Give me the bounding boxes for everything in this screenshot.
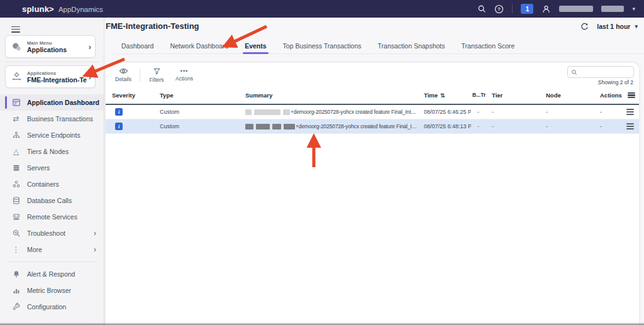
containers-icon xyxy=(11,180,21,189)
sidebar-item-label: More xyxy=(27,246,42,253)
chevron-down-icon: ▾ xyxy=(635,23,638,30)
sidebar-item-label: Service Endpoints xyxy=(27,131,80,139)
appdynamics-app: splunk> AppDynamics ? 1 ▾ Main Menu xyxy=(0,0,644,325)
sidebar-item-label: Alert & Respond xyxy=(27,270,75,278)
wrench-icon xyxy=(11,302,21,312)
row-menu-icon[interactable] xyxy=(626,108,634,116)
sidebar-item-troubleshoot[interactable]: Troubleshoot › xyxy=(0,225,104,241)
chevron-right-icon: › xyxy=(94,229,96,238)
sidebar-item-label: Metric Browser xyxy=(27,287,71,294)
info-severity-icon: i xyxy=(115,123,123,130)
tab-events[interactable]: Events xyxy=(236,38,274,53)
time-range-value: last 1 hour xyxy=(597,23,630,30)
left-sidebar: Main Menu Applications › Applications FM… xyxy=(0,18,104,325)
sidebar-item-remote-services[interactable]: Remote Services xyxy=(0,209,104,225)
topbar-divider xyxy=(512,4,513,13)
sidebar-item-business-transactions[interactable]: ⇄ Business Transactions xyxy=(0,111,104,127)
filters-button[interactable]: Filters xyxy=(143,65,170,84)
col-time[interactable]: Time ⇅ xyxy=(418,92,471,99)
remote-services-icon xyxy=(11,212,21,222)
sidebar-section-divider xyxy=(8,262,96,262)
tab-network-dashboard[interactable]: Network Dashboard xyxy=(162,38,236,53)
sidebar-item-more[interactable]: ⋮ More › xyxy=(0,241,104,258)
transactions-icon: ⇄ xyxy=(11,114,21,124)
sidebar-item-metric-browser[interactable]: Metric Browser xyxy=(0,282,104,299)
sidebar-item-label: Configuration xyxy=(27,303,66,311)
actions-label: Actions xyxy=(175,75,193,82)
screen-bottom-edge xyxy=(0,322,644,325)
redacted-blocks xyxy=(245,124,295,129)
details-label: Details xyxy=(115,76,131,82)
search-icon[interactable] xyxy=(477,4,486,14)
user-icon[interactable] xyxy=(541,4,551,14)
page-title: FME-Integration-Testing xyxy=(106,21,199,31)
sidebar-item-servers[interactable]: Servers xyxy=(0,160,104,176)
actions-button[interactable]: ••• Actions xyxy=(170,65,198,84)
main-menu-eyebrow: Main Menu xyxy=(27,40,87,46)
col-business-transaction: B... Tr... xyxy=(471,92,486,99)
event-actions: - xyxy=(594,123,626,129)
troubleshoot-icon xyxy=(11,229,21,238)
chevron-right-icon: › xyxy=(89,72,91,82)
event-actions: - xyxy=(594,109,626,115)
search-icon xyxy=(571,69,577,75)
redacted-username xyxy=(559,6,593,12)
help-icon[interactable]: ? xyxy=(494,4,504,14)
sidebar-item-label: Tiers & Nodes xyxy=(27,148,69,155)
main-menu-label: Applications xyxy=(27,46,87,53)
row-menu-icon[interactable] xyxy=(626,123,634,131)
sidebar-item-database-calls[interactable]: Database Calls xyxy=(0,192,104,209)
sidebar-item-label: Remote Services xyxy=(27,213,77,221)
sidebar-item-containers[interactable]: Containers xyxy=(0,176,104,192)
col-severity: Severity xyxy=(106,92,153,99)
tab-top-business-transactions[interactable]: Top Business Transactions xyxy=(275,38,370,53)
events-panel: Details Filters ••• Actions Showing 2 of… xyxy=(106,63,639,325)
chevron-right-icon: › xyxy=(94,245,96,254)
sidebar-item-service-endpoints[interactable]: Service Endpoints xyxy=(0,127,104,143)
notification-badge[interactable]: 1 xyxy=(521,4,533,14)
ellipsis-icon: ••• xyxy=(180,68,188,74)
main-content: FME-Integration-Testing last 1 hour ▾ Da… xyxy=(104,18,644,325)
user-menu-caret-icon[interactable]: ▾ xyxy=(632,6,635,12)
application-card[interactable]: Applications FME-Integration-Te... › xyxy=(5,65,96,88)
sidebar-item-alert-respond[interactable]: Alert & Respond xyxy=(0,266,104,282)
search-input[interactable] xyxy=(580,69,629,76)
sidebar-nav: Application Dashboard ⇄ Business Transac… xyxy=(0,94,104,315)
appdynamics-brand: AppDynamics xyxy=(58,6,103,13)
col-type: Type xyxy=(153,92,239,99)
servers-icon xyxy=(11,163,21,173)
column-chooser-icon[interactable] xyxy=(628,91,635,99)
event-bt: - xyxy=(471,123,486,129)
application-card-eyebrow: Applications xyxy=(27,70,87,76)
sort-icon[interactable]: ⇅ xyxy=(440,92,445,99)
splunk-appdynamics-logo[interactable]: splunk> AppDynamics xyxy=(22,4,103,14)
refresh-icon[interactable] xyxy=(579,21,589,31)
table-header-row: Severity Type Summary Time ⇅ B... Tr... … xyxy=(106,87,639,105)
sidebar-item-tiers-nodes[interactable]: △ Tiers & Nodes xyxy=(0,143,104,160)
col-time-label: Time xyxy=(424,92,438,99)
database-icon xyxy=(11,196,21,206)
event-row-1[interactable]: i Custom +demoorg-20250728-yohcx created… xyxy=(106,105,639,119)
sidebar-item-configuration[interactable]: Configuration xyxy=(0,299,104,315)
sidebar-item-application-dashboard[interactable]: Application Dashboard xyxy=(0,94,104,111)
event-row-2[interactable]: i Custom +demoorg-20250728-yohcx created… xyxy=(106,119,639,134)
details-button[interactable]: Details xyxy=(109,65,137,84)
dashboard-tabs: Dashboard Network Dashboard Events Top B… xyxy=(113,38,644,54)
redacted-blocks xyxy=(245,109,290,115)
info-severity-icon: i xyxy=(115,108,123,116)
dashboard-icon xyxy=(11,98,21,107)
event-summary: +demoorg-20250728-yohcx created feature … xyxy=(239,109,418,115)
applications-icon xyxy=(11,41,22,52)
events-toolbar: Details Filters ••• Actions xyxy=(109,65,198,85)
tiers-icon: △ xyxy=(11,147,21,157)
topbar-controls: ? 1 ▾ xyxy=(477,4,635,14)
col-summary: Summary xyxy=(239,92,418,99)
tab-dashboard[interactable]: Dashboard xyxy=(113,38,162,53)
top-bar: splunk> AppDynamics ? 1 ▾ xyxy=(0,0,644,18)
event-summary: +demoorg-20250728-yohcx created feature … xyxy=(239,123,418,129)
menu-icon[interactable] xyxy=(11,25,20,34)
main-menu-card[interactable]: Main Menu Applications › xyxy=(5,35,96,58)
tab-transaction-snapshots[interactable]: Transaction Snapshots xyxy=(370,38,453,53)
time-range-dropdown[interactable]: last 1 hour ▾ xyxy=(597,23,638,30)
tab-transaction-score[interactable]: Transaction Score xyxy=(453,38,523,53)
